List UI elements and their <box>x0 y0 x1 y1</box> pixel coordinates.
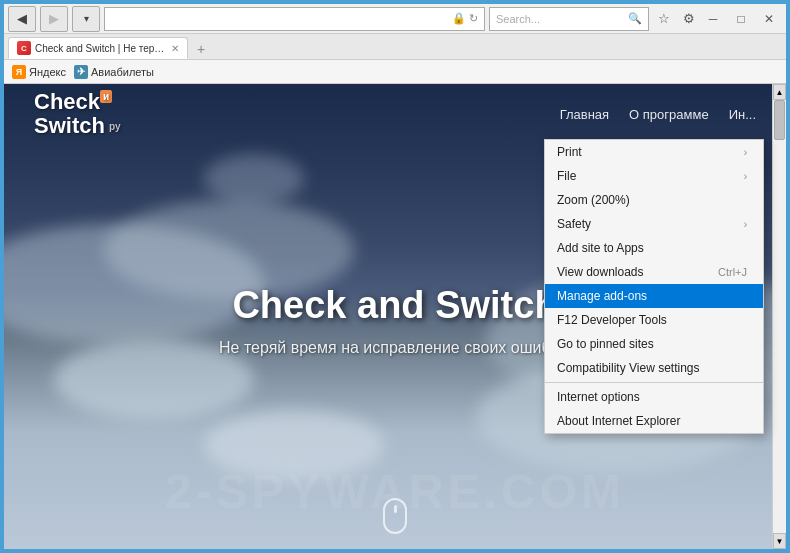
menu-arrow-safety: › <box>744 219 747 230</box>
favorites-icon[interactable]: ☆ <box>653 8 675 30</box>
title-bar-left: ◀ ▶ ▾ <box>8 6 100 32</box>
toolbar-right: ☆ ⚙ <box>653 8 700 30</box>
logo-line2: Switchру <box>34 114 120 138</box>
favorites-item-yandex[interactable]: Я Яндекс <box>12 65 66 79</box>
tab-close-button[interactable]: ✕ <box>171 43 179 54</box>
yandex-favicon: Я <box>12 65 26 79</box>
nav-link-more[interactable]: Ин... <box>729 107 756 122</box>
scroll-indicator <box>383 498 407 534</box>
mouse-icon <box>383 498 407 534</box>
close-button[interactable]: ✕ <box>756 9 782 29</box>
site-navigation: Checkи Switchру Главная О программе Ин..… <box>4 84 786 144</box>
menu-label-view-downloads: View downloads <box>557 265 644 279</box>
favorites-item-aviabilety[interactable]: ✈ Авиабилеты <box>74 65 154 79</box>
menu-label-file: File <box>557 169 576 183</box>
tab-bar: C Check and Switch | Не теря... ✕ + <box>4 34 786 60</box>
scroll-down-button[interactable]: ▼ <box>773 533 786 549</box>
menu-item-file[interactable]: File › <box>545 164 763 188</box>
menu-item-view-downloads[interactable]: View downloads Ctrl+J <box>545 260 763 284</box>
forward-button[interactable]: ▶ <box>40 6 68 32</box>
yandex-label: Яндекс <box>29 66 66 78</box>
browser-window: ◀ ▶ ▾ 🔒 ↻ Search... 🔍 ☆ ⚙ <box>0 0 790 553</box>
new-tab-button[interactable]: + <box>190 39 212 59</box>
menu-label-internet-options: Internet options <box>557 390 640 404</box>
menu-item-about-ie[interactable]: About Internet Explorer <box>545 409 763 433</box>
menu-item-add-site[interactable]: Add site to Apps <box>545 236 763 260</box>
menu-label-safety: Safety <box>557 217 591 231</box>
menu-label-add-site: Add site to Apps <box>557 241 644 255</box>
tab-label: Check and Switch | Не теря... <box>35 43 165 54</box>
menu-label-compat-view: Compatibility View settings <box>557 361 700 375</box>
aviabilety-label: Авиабилеты <box>91 66 154 78</box>
search-placeholder: Search... <box>496 13 624 25</box>
site-nav-links: Главная О программе Ин... <box>560 107 756 122</box>
tab-main[interactable]: C Check and Switch | Не теря... ✕ <box>8 37 188 59</box>
logo-line1: Checkи <box>34 90 120 114</box>
tab-favicon: C <box>17 41 31 55</box>
search-icon[interactable]: 🔍 <box>628 12 642 25</box>
search-bar[interactable]: Search... 🔍 <box>489 7 649 31</box>
content-area: Checkи Switchру Главная О программе Ин..… <box>4 84 786 549</box>
site-logo: Checkи Switchру <box>34 90 120 138</box>
menu-label-print: Print <box>557 145 582 159</box>
menu-item-f12-tools[interactable]: F12 Developer Tools <box>545 308 763 332</box>
nav-link-about[interactable]: О программе <box>629 107 709 122</box>
menu-item-compat-view[interactable]: Compatibility View settings <box>545 356 763 380</box>
mouse-wheel <box>394 505 397 513</box>
menu-arrow-print: › <box>744 147 747 158</box>
scrollbar[interactable]: ▲ ▼ <box>772 84 786 549</box>
menu-label-zoom: Zoom (200%) <box>557 193 630 207</box>
title-bar: ◀ ▶ ▾ 🔒 ↻ Search... 🔍 ☆ ⚙ <box>4 4 786 34</box>
scroll-track[interactable] <box>773 100 786 533</box>
context-menu: Print › File › Zoom (200%) Safety › Add … <box>544 139 764 434</box>
menu-label-manage-addons: Manage add-ons <box>557 289 647 303</box>
tools-icon[interactable]: ⚙ <box>678 8 700 30</box>
minimize-button[interactable]: ─ <box>700 9 726 29</box>
menu-item-safety[interactable]: Safety › <box>545 212 763 236</box>
menu-label-about-ie: About Internet Explorer <box>557 414 680 428</box>
menu-separator <box>545 382 763 383</box>
maximize-button[interactable]: □ <box>728 9 754 29</box>
menu-item-zoom[interactable]: Zoom (200%) <box>545 188 763 212</box>
window-controls: ─ □ ✕ <box>700 9 782 29</box>
refresh-icon[interactable]: ↻ <box>469 12 478 25</box>
aviabilety-favicon: ✈ <box>74 65 88 79</box>
lock-icon: 🔒 <box>452 12 466 25</box>
menu-item-print[interactable]: Print › <box>545 140 763 164</box>
menu-label-pinned-sites: Go to pinned sites <box>557 337 654 351</box>
back-button[interactable]: ◀ <box>8 6 36 32</box>
address-icons: 🔒 ↻ <box>452 12 478 25</box>
menu-item-internet-options[interactable]: Internet options <box>545 385 763 409</box>
menu-arrow-file: › <box>744 171 747 182</box>
menu-label-f12-tools: F12 Developer Tools <box>557 313 667 327</box>
address-bar[interactable]: 🔒 ↻ <box>104 7 485 31</box>
nav-link-home[interactable]: Главная <box>560 107 609 122</box>
menu-shortcut-view-downloads: Ctrl+J <box>718 266 747 278</box>
recent-pages-button[interactable]: ▾ <box>72 6 100 32</box>
menu-item-manage-addons[interactable]: Manage add-ons <box>545 284 763 308</box>
menu-item-pinned-sites[interactable]: Go to pinned sites <box>545 332 763 356</box>
favorites-bar: Я Яндекс ✈ Авиабилеты <box>4 60 786 84</box>
